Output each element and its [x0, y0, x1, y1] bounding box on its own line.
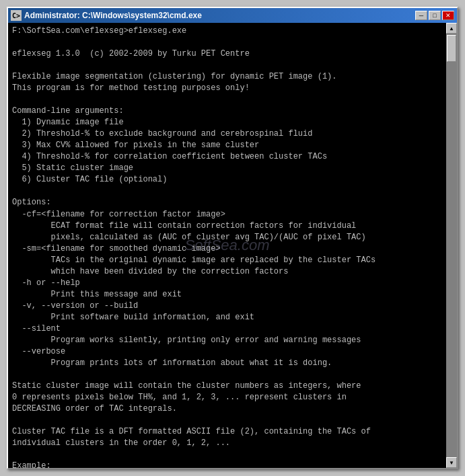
title-bar-left: C> Administrator: C:\Windows\system32\cm…	[11, 10, 202, 21]
console-prompt: F:\SoftSea.com\eflexseg>eflexseg.exe	[12, 26, 442, 37]
console-body: SoftSea.com F:\SoftSea.com\eflexseg>efle…	[8, 23, 457, 468]
scroll-track[interactable]	[446, 34, 457, 457]
console-area[interactable]: SoftSea.com F:\SoftSea.com\eflexseg>efle…	[8, 23, 446, 468]
scroll-up-button[interactable]: ▲	[446, 23, 457, 34]
maximize-button[interactable]: □	[429, 11, 441, 20]
cmd-window: C> Administrator: C:\Windows\system32\cm…	[7, 7, 458, 469]
scrollbar: ▲ ▼	[446, 23, 457, 468]
scroll-down-button[interactable]: ▼	[446, 457, 457, 468]
window-title: Administrator: C:\Windows\system32\cmd.e…	[24, 11, 202, 20]
window-icon: C>	[11, 10, 22, 21]
scroll-thumb[interactable]	[447, 35, 456, 62]
minimize-button[interactable]: ─	[415, 11, 427, 20]
close-button[interactable]: ✕	[442, 11, 454, 20]
title-buttons: ─ □ ✕	[415, 11, 454, 20]
console-output: eflexseg 1.3.0 (c) 2002-2009 by Turku PE…	[12, 37, 442, 468]
title-bar: C> Administrator: C:\Windows\system32\cm…	[8, 8, 457, 23]
